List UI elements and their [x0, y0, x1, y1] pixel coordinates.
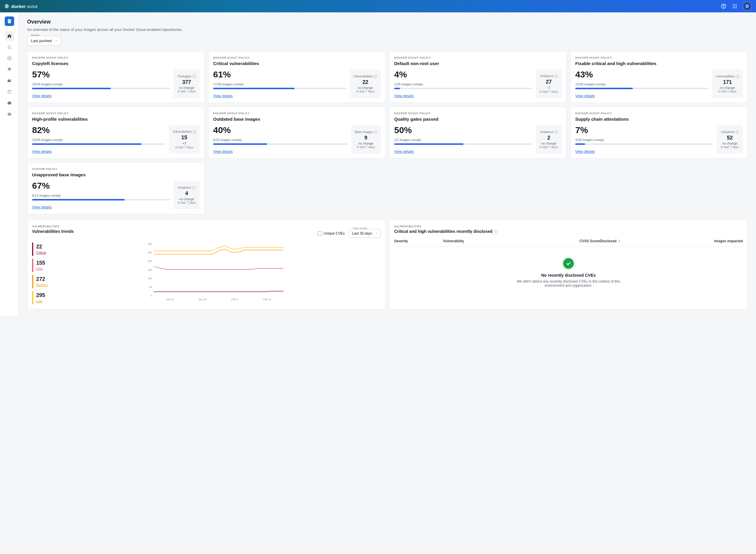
svg-text:250: 250 — [148, 251, 152, 254]
view-details-link[interactable]: View details — [32, 205, 52, 209]
info-icon[interactable]: i — [374, 75, 377, 78]
info-icon[interactable]: i — [554, 130, 557, 134]
info-icon[interactable]: i — [736, 75, 739, 78]
card-metric-box: Packages i 377 no change in last 7 days — [174, 69, 200, 98]
sidebar-item-vulnerabilities[interactable] — [5, 87, 14, 97]
svg-text:0: 0 — [151, 294, 152, 297]
svg-point-8 — [736, 6, 737, 7]
unique-cves-label: Unique CVEs — [324, 231, 345, 235]
info-icon[interactable]: i — [193, 75, 196, 78]
docker-icon — [4, 4, 9, 9]
unique-cves-checkbox[interactable]: Unique CVEs — [317, 231, 345, 236]
col-severity[interactable]: Severity — [394, 239, 443, 243]
svg-text:Feb 4: Feb 4 — [231, 298, 238, 301]
svg-point-11 — [736, 7, 737, 8]
disclosed-eyebrow: VULNERABILITIES — [394, 225, 743, 228]
card-percent: 82% — [32, 125, 165, 135]
view-details-link[interactable]: View details — [32, 150, 52, 154]
progress-bar — [32, 143, 165, 145]
severity-link[interactable]: Critical — [36, 251, 46, 254]
svg-rect-12 — [8, 19, 11, 23]
image-filter[interactable]: Image Last pushed — [27, 36, 61, 46]
view-details-link[interactable]: View details — [213, 150, 232, 154]
sidebar-item-images[interactable] — [5, 54, 14, 63]
card-title: Quality gates passed — [394, 117, 562, 122]
card-comply-text: 1/2 images comply — [394, 138, 532, 142]
info-icon[interactable]: i — [494, 230, 497, 233]
severity-item: 22Critical — [32, 242, 48, 256]
metric-value: 377 — [177, 79, 196, 86]
svg-text:Jan 28: Jan 28 — [199, 298, 206, 301]
svg-rect-14 — [10, 20, 10, 20]
time-period-select[interactable]: Time period Last 30 days — [349, 229, 381, 238]
card-title: Outdated base images — [213, 117, 381, 122]
card-eyebrow: DOCKER SCOUT POLICY — [32, 112, 200, 115]
card-metric-box: Violations i 27 -2 in last 7 days — [536, 69, 562, 98]
metric-label: Vulnerabilities i — [716, 74, 739, 78]
progress-bar — [213, 88, 346, 89]
metric-label: Base Images i — [355, 130, 377, 134]
col-cvss[interactable]: CVSS Score — [541, 239, 600, 243]
view-details-link[interactable]: View details — [575, 150, 595, 154]
svg-text:100: 100 — [148, 277, 152, 280]
sidebar-item-settings[interactable] — [5, 110, 14, 119]
metric-change: no change — [177, 86, 196, 90]
policy-card: DOCKER SCOUT POLICY Quality gates passed… — [389, 107, 567, 159]
metric-label: Violations i — [539, 130, 558, 134]
card-title: Copyleft licenses — [32, 61, 200, 66]
card-percent: 67% — [32, 181, 170, 191]
col-vulnerability[interactable]: Vulnerability — [443, 239, 541, 243]
card-percent: 40% — [213, 125, 348, 135]
view-details-link[interactable]: View details — [32, 94, 52, 98]
policy-card: DOCKER SCOUT POLICY Default non-root use… — [389, 51, 567, 103]
sidebar-item-repos[interactable] — [5, 76, 14, 86]
info-icon[interactable]: i — [554, 74, 557, 78]
layers-icon — [7, 67, 12, 72]
sidebar-item-integrations[interactable] — [5, 98, 14, 108]
metric-value: 52 — [720, 135, 739, 141]
view-details-link[interactable]: View details — [394, 94, 414, 98]
info-icon[interactable]: i — [374, 130, 377, 134]
sidebar-item-home[interactable] — [5, 31, 14, 41]
svg-point-9 — [733, 7, 734, 8]
view-details-link[interactable]: View details — [575, 94, 595, 98]
info-icon[interactable]: i — [192, 186, 196, 189]
user-avatar[interactable]: D — [743, 1, 752, 11]
help-button[interactable] — [720, 3, 727, 10]
sidebar-item-layers[interactable] — [5, 65, 14, 74]
page-subtitle: An overview of the status of your images… — [27, 27, 748, 32]
svg-text:200: 200 — [148, 260, 152, 263]
card-eyebrow: DOCKER SCOUT POLICY — [213, 112, 381, 115]
main-content: Overview An overview of the status of yo… — [19, 12, 756, 316]
severity-link[interactable]: High — [36, 267, 43, 271]
time-period-value: Last 30 days — [352, 231, 372, 235]
severity-item: 155High — [32, 259, 48, 272]
col-images-impacted[interactable]: Images impacted — [659, 239, 743, 243]
view-details-link[interactable]: View details — [213, 94, 232, 98]
progress-bar — [575, 88, 709, 89]
info-icon[interactable]: i — [736, 130, 739, 134]
card-eyebrow: DOCKER SCOUT POLICY — [575, 112, 743, 115]
col-disclosed[interactable]: Disclosed — [600, 239, 659, 243]
card-title: High-profile vulnerabilities — [32, 117, 200, 122]
view-details-link[interactable]: View details — [394, 150, 414, 154]
top-bar: docker scout D — [0, 0, 756, 12]
card-metric-box: Vulnerabilities i 15 +3 in last 7 days — [169, 125, 200, 154]
metric-range: in last 7 days — [177, 90, 196, 93]
card-comply-text: 8/12 images comply — [32, 194, 170, 197]
metric-delta: +3 — [172, 141, 196, 145]
apps-button[interactable] — [731, 3, 738, 10]
svg-point-3 — [733, 4, 734, 5]
sidebar-item-org[interactable] — [5, 16, 14, 26]
sidebar-item-policies[interactable] — [5, 42, 14, 52]
severity-link[interactable]: Low — [36, 299, 42, 303]
info-icon[interactable]: i — [193, 130, 196, 133]
progress-bar — [32, 88, 170, 89]
card-comply-text: 17/28 images comply — [213, 82, 346, 86]
metric-label: Violations i — [539, 74, 558, 78]
progress-bar — [213, 143, 348, 145]
brand-logo[interactable]: docker scout — [4, 4, 37, 9]
card-title: Unapproved base images — [32, 172, 200, 177]
svg-rect-13 — [8, 20, 9, 20]
severity-link[interactable]: Medium — [36, 283, 48, 287]
